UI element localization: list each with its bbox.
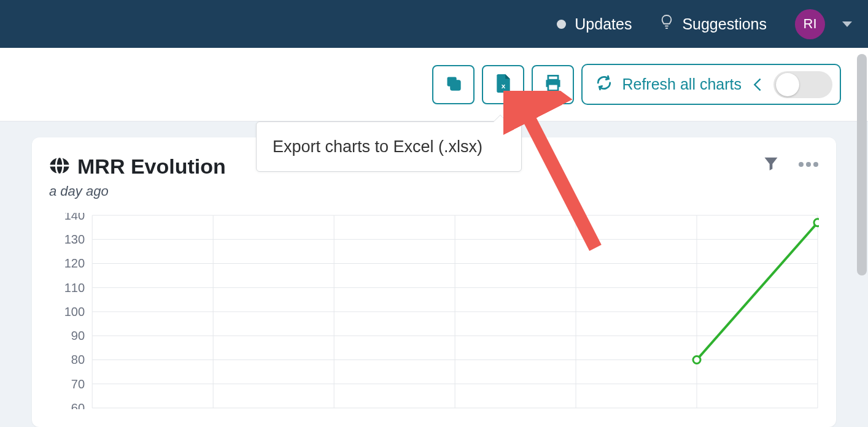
lightbulb-icon bbox=[660, 14, 673, 34]
chart-title: MRR Evolution bbox=[77, 155, 226, 179]
refresh-label: Refresh all charts bbox=[622, 75, 742, 93]
avatar: RI bbox=[795, 9, 825, 39]
svg-text:90: 90 bbox=[71, 329, 85, 342]
tooltip-text: Export charts to Excel (.xlsx) bbox=[273, 137, 482, 156]
svg-text:130: 130 bbox=[64, 233, 85, 246]
chart-plot: 60708090100110120130140 bbox=[49, 213, 819, 409]
suggestions-nav-item[interactable]: Suggestions bbox=[660, 14, 767, 34]
updates-nav-item[interactable]: Updates bbox=[557, 15, 632, 33]
svg-point-9 bbox=[799, 162, 804, 167]
print-icon bbox=[544, 75, 562, 94]
copy-charts-button[interactable] bbox=[432, 65, 475, 104]
print-charts-button[interactable] bbox=[532, 65, 574, 104]
file-excel-icon: x bbox=[495, 74, 511, 94]
svg-point-38 bbox=[814, 219, 819, 226]
globe-icon bbox=[49, 155, 70, 179]
svg-text:80: 80 bbox=[71, 353, 85, 367]
updates-dot-icon bbox=[557, 20, 566, 29]
chevron-left-icon bbox=[751, 76, 764, 93]
export-excel-button[interactable]: x bbox=[482, 65, 524, 104]
svg-rect-4 bbox=[451, 80, 460, 90]
svg-text:110: 110 bbox=[64, 281, 85, 294]
svg-rect-7 bbox=[548, 84, 558, 90]
chart-filter-button[interactable] bbox=[762, 155, 780, 174]
chart-svg: 60708090100110120130140 bbox=[49, 213, 819, 409]
svg-text:60: 60 bbox=[71, 401, 85, 409]
suggestions-label: Suggestions bbox=[682, 15, 767, 33]
svg-text:70: 70 bbox=[71, 377, 85, 391]
export-excel-tooltip: Export charts to Excel (.xlsx) bbox=[256, 121, 522, 172]
auto-refresh-toggle[interactable] bbox=[773, 71, 832, 98]
chart-card-mrr-evolution: MRR Evolution a day ago 6070809010011012… bbox=[32, 137, 836, 427]
chart-toolbar: x Refresh all charts bbox=[0, 48, 868, 121]
user-menu[interactable]: RI bbox=[795, 9, 852, 39]
chart-subtitle: a day ago bbox=[49, 183, 226, 199]
svg-point-37 bbox=[693, 356, 700, 364]
refresh-all-charts-button[interactable]: Refresh all charts bbox=[581, 64, 841, 105]
toggle-knob bbox=[776, 73, 799, 96]
refresh-icon bbox=[596, 75, 612, 94]
copy-icon bbox=[445, 75, 462, 94]
chevron-down-icon bbox=[842, 21, 852, 27]
svg-text:140: 140 bbox=[64, 213, 85, 222]
svg-text:x: x bbox=[502, 82, 506, 90]
svg-point-11 bbox=[813, 162, 818, 167]
vertical-scrollbar[interactable] bbox=[857, 54, 867, 275]
top-navbar: Updates Suggestions RI bbox=[0, 0, 868, 48]
svg-text:100: 100 bbox=[64, 305, 85, 318]
updates-label: Updates bbox=[575, 15, 632, 33]
avatar-initials: RI bbox=[804, 16, 817, 32]
svg-text:120: 120 bbox=[64, 257, 85, 271]
svg-rect-6 bbox=[548, 75, 558, 80]
chart-more-button[interactable] bbox=[798, 159, 819, 170]
svg-point-10 bbox=[806, 162, 811, 167]
